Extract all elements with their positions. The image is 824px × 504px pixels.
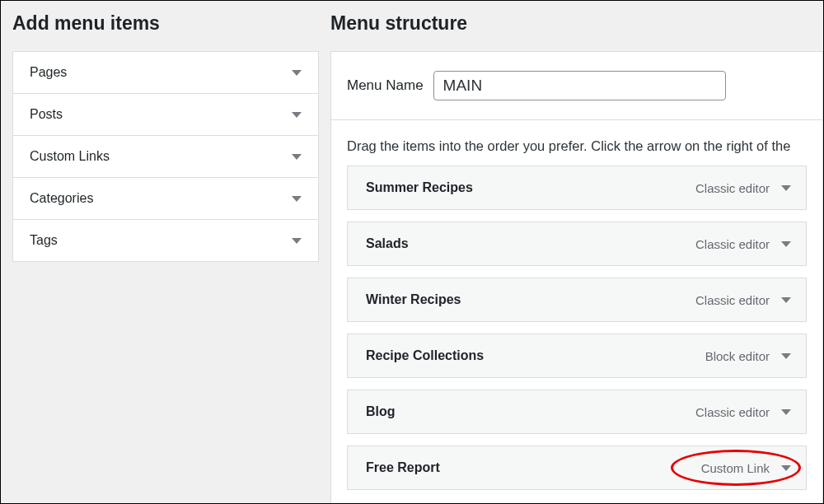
chevron-down-icon [292, 154, 302, 160]
menu-name-input[interactable] [433, 71, 726, 100]
menu-box: Menu Name Drag the items into the order … [330, 51, 823, 504]
menu-item-right: Custom Link [701, 461, 791, 475]
accordion-label: Tags [30, 233, 58, 248]
menu-item-right: Classic editor [695, 405, 791, 419]
menu-item-label: Winter Recipes [366, 292, 461, 307]
chevron-down-icon [292, 112, 302, 118]
menu-item-right: Classic editor [695, 293, 791, 307]
menu-item-label: Salads [366, 236, 409, 251]
menu-item-salads[interactable]: Salads Classic editor [347, 222, 807, 266]
menu-item-right: Block editor [705, 349, 791, 363]
accordion-custom-links[interactable]: Custom Links [13, 136, 318, 178]
menu-item-recipe-collections[interactable]: Recipe Collections Block editor [347, 334, 807, 378]
accordion-tags[interactable]: Tags [13, 220, 318, 261]
chevron-down-icon[interactable] [781, 185, 791, 191]
menu-item-right: Classic editor [695, 237, 791, 251]
menu-item-right: Classic editor [695, 181, 791, 195]
menu-item-type: Custom Link [701, 461, 770, 475]
chevron-down-icon[interactable] [781, 409, 791, 415]
menu-structure-panel: Menu structure Menu Name Drag the items … [330, 1, 823, 503]
menu-item-type: Classic editor [695, 405, 770, 419]
menu-item-winter-recipes[interactable]: Winter Recipes Classic editor [347, 278, 807, 322]
accordion-label: Pages [30, 65, 67, 80]
accordion-pages[interactable]: Pages [13, 52, 318, 94]
chevron-down-icon [292, 238, 302, 244]
accordion: Pages Posts Custom Links Categories Tags [12, 51, 319, 262]
menu-name-row: Menu Name [331, 52, 822, 120]
menu-item-type: Classic editor [695, 293, 770, 307]
menu-item-label: Summer Recipes [366, 180, 473, 195]
accordion-label: Categories [30, 191, 93, 206]
accordion-label: Custom Links [30, 149, 110, 164]
add-menu-items-panel: Add menu items Pages Posts Custom Links … [1, 1, 330, 503]
menu-item-label: Free Report [366, 460, 440, 475]
menu-items-list: Summer Recipes Classic editor Salads Cla… [331, 166, 822, 504]
menu-item-type: Classic editor [695, 237, 770, 251]
accordion-categories[interactable]: Categories [13, 178, 318, 220]
menu-item-blog[interactable]: Blog Classic editor [347, 390, 807, 434]
menu-item-summer-recipes[interactable]: Summer Recipes Classic editor [347, 166, 807, 210]
chevron-down-icon[interactable] [781, 353, 791, 359]
menu-item-type: Block editor [705, 349, 770, 363]
chevron-down-icon [292, 70, 302, 76]
menu-item-label: Recipe Collections [366, 348, 484, 363]
chevron-down-icon[interactable] [781, 465, 791, 471]
accordion-posts[interactable]: Posts [13, 94, 318, 136]
chevron-down-icon [292, 196, 302, 202]
chevron-down-icon[interactable] [781, 297, 791, 303]
add-menu-items-heading: Add menu items [12, 12, 319, 35]
accordion-label: Posts [30, 107, 63, 122]
menu-item-type: Classic editor [695, 181, 770, 195]
menu-structure-heading: Menu structure [330, 12, 823, 35]
menu-item-free-report[interactable]: Free Report Custom Link [347, 446, 807, 490]
menu-name-label: Menu Name [347, 77, 424, 94]
menu-item-label: Blog [366, 404, 396, 419]
instructions-text: Drag the items into the order you prefer… [331, 120, 822, 166]
chevron-down-icon[interactable] [781, 241, 791, 247]
